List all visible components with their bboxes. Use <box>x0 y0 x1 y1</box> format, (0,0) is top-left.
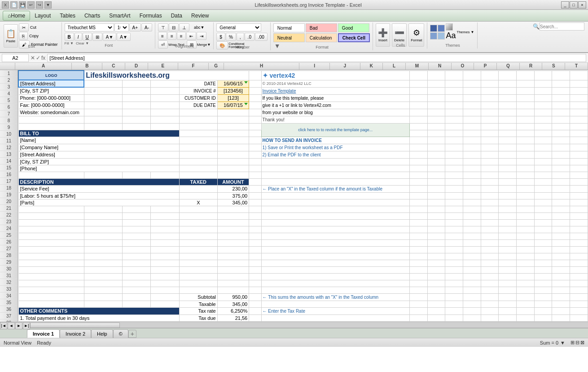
cell-31-17[interactable] <box>534 280 552 287</box>
cell-32-10[interactable] <box>409 287 427 293</box>
cell-4-7[interactable]: If you like this template, please <box>261 94 409 102</box>
cell-7-10[interactable] <box>409 116 427 123</box>
cell-5-0[interactable]: Fax: [000-000-0000] <box>18 102 84 109</box>
cell-9-10[interactable] <box>409 130 427 137</box>
cell-37-17[interactable] <box>534 321 552 322</box>
cell-3-3[interactable] <box>151 87 180 94</box>
cell-24-5[interactable] <box>217 233 249 239</box>
cell-9-13[interactable] <box>463 130 481 137</box>
cell-16-15[interactable] <box>499 178 517 185</box>
cell-25-15[interactable] <box>499 239 517 246</box>
save-icon[interactable]: 💾 <box>19 1 26 9</box>
cell-7-4[interactable] <box>179 116 217 123</box>
cell-36-17[interactable] <box>534 314 552 321</box>
cell-24-7[interactable] <box>261 233 409 239</box>
cell-27-4[interactable] <box>179 253 217 260</box>
cell-32-19[interactable] <box>570 287 588 293</box>
cell-17-4[interactable] <box>179 185 217 192</box>
cell-35-7[interactable]: ← Enter the Tax Rate <box>261 307 409 314</box>
cell-15-6[interactable] <box>249 172 261 178</box>
cell-20-18[interactable] <box>552 206 570 213</box>
cell-23-6[interactable] <box>249 226 261 233</box>
cell-34-0[interactable] <box>18 301 84 307</box>
cell-32-16[interactable] <box>517 287 535 293</box>
cell-26-19[interactable] <box>570 246 588 253</box>
cell-34-14[interactable] <box>481 301 499 307</box>
scrollbar-thumb[interactable] <box>30 323 120 328</box>
cell-2-16[interactable] <box>517 80 535 87</box>
cell-29-16[interactable] <box>517 266 535 273</box>
cell-4-14[interactable] <box>481 94 499 102</box>
cell-18-18[interactable] <box>552 192 570 199</box>
cell-15-10[interactable] <box>409 172 427 178</box>
cell-29-19[interactable] <box>570 266 588 273</box>
cell-4-15[interactable] <box>499 94 517 102</box>
cell-28-13[interactable] <box>463 260 481 266</box>
menu-data[interactable]: Data <box>167 11 187 21</box>
cell-24-17[interactable] <box>534 233 552 239</box>
cell-8-3[interactable] <box>151 123 180 130</box>
cell-8-7[interactable]: click here to to revisit the template pa… <box>261 123 409 137</box>
cell-15-7[interactable] <box>261 172 409 178</box>
cell-26-14[interactable] <box>481 246 499 253</box>
cell-2-7[interactable]: © 2010-2014 Vertex42 LLC <box>261 80 409 87</box>
cell-19-5[interactable]: 345,00 <box>217 199 249 206</box>
cell-23-14[interactable] <box>481 226 499 233</box>
cell-8-13[interactable] <box>463 123 481 130</box>
fill-color-button[interactable]: A▼ <box>103 33 117 41</box>
increase-decimal-button[interactable]: .00 <box>255 33 268 41</box>
cell-16-14[interactable] <box>481 178 499 185</box>
cell-37-4[interactable]: Other <box>179 321 217 322</box>
cell-12-5[interactable] <box>217 151 249 158</box>
cell-31-13[interactable] <box>463 280 481 287</box>
cell-15-19[interactable] <box>570 172 588 178</box>
decrease-font-button[interactable]: A- <box>141 23 152 31</box>
cell-9-6[interactable] <box>249 130 261 137</box>
cell-14-15[interactable] <box>499 165 517 172</box>
cell-27-18[interactable] <box>552 253 570 260</box>
dropdown-icon[interactable]: ▼ <box>44 1 52 9</box>
cell-3-16[interactable] <box>517 87 535 94</box>
cell-22-12[interactable] <box>445 219 463 226</box>
cell-8-14[interactable] <box>481 123 499 130</box>
cell-2-11[interactable] <box>427 80 445 87</box>
cell-17-12[interactable] <box>445 185 463 192</box>
normal-view-button[interactable]: ⊞ <box>570 340 575 345</box>
cell-1-18[interactable] <box>552 71 570 80</box>
cell-5-4[interactable]: DUE DATE <box>179 102 217 109</box>
maximize-button[interactable]: □ <box>570 1 578 9</box>
cell-23-19[interactable] <box>570 226 588 233</box>
grid-scroll[interactable]: LOGOLifeskillsworksheets.org✦ vertex42[S… <box>18 70 588 322</box>
cell-16-13[interactable] <box>463 178 481 185</box>
cell-8-11[interactable] <box>427 123 445 130</box>
cell-24-2[interactable] <box>122 233 151 239</box>
col-header-c[interactable]: C <box>102 63 125 70</box>
cell-35-16[interactable] <box>517 307 535 314</box>
cell-29-1[interactable] <box>84 266 122 273</box>
cell-33-3[interactable] <box>151 293 180 301</box>
cell-6-17[interactable] <box>534 109 552 116</box>
cell-28-15[interactable] <box>499 260 517 266</box>
cell-7-6[interactable] <box>249 116 261 123</box>
cell-33-5[interactable]: 950,00 <box>217 293 249 301</box>
cell-25-18[interactable] <box>552 239 570 246</box>
cell-27-0[interactable] <box>18 253 84 260</box>
align-bottom-button[interactable]: ⊥ <box>179 23 189 31</box>
cell-28-12[interactable] <box>445 260 463 266</box>
cell-4-3[interactable] <box>151 94 180 102</box>
cell-28-18[interactable] <box>552 260 570 266</box>
cell-4-1[interactable] <box>84 94 122 102</box>
cell-6-4[interactable] <box>179 109 217 116</box>
cell-20-11[interactable] <box>427 206 445 213</box>
cell-11-6[interactable] <box>249 144 261 151</box>
cell-25-14[interactable] <box>481 239 499 246</box>
percent-button[interactable]: % <box>226 33 236 41</box>
prev-sheet-button[interactable]: ◄ <box>8 322 15 329</box>
cell-3-7[interactable]: Invoice Template <box>261 87 409 94</box>
cell-29-6[interactable] <box>249 266 261 273</box>
cell-30-15[interactable] <box>499 273 517 280</box>
check-cell-style[interactable]: Check Cell <box>338 33 370 42</box>
cell-21-14[interactable] <box>481 213 499 219</box>
cell-15-13[interactable] <box>463 172 481 178</box>
cell-30-13[interactable] <box>463 273 481 280</box>
